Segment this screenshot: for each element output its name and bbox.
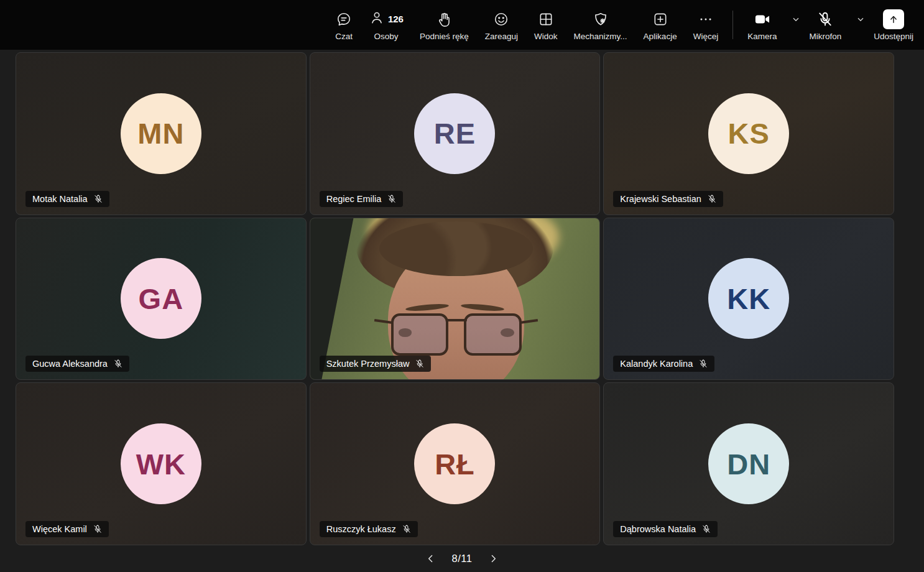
participant-tile: GA Gucwa Aleksandra: [16, 218, 307, 381]
participant-name: Gucwa Aleksandra: [32, 359, 108, 369]
participant-name-pill: Kalandyk Karolina: [613, 356, 714, 372]
view-button[interactable]: Widok: [526, 0, 566, 50]
microphone-button[interactable]: Mikrofon: [801, 0, 849, 50]
more-label: Więcej: [693, 32, 719, 41]
apps-button[interactable]: Aplikacje: [635, 0, 685, 50]
react-label: Zareaguj: [485, 32, 518, 41]
avatar: DN: [708, 423, 789, 504]
participant-name: Ruszczyk Łukasz: [326, 524, 396, 534]
previous-page-chevron-icon[interactable]: [425, 553, 436, 564]
participant-grid: MN Motak Natalia RE Regiec Emilia KS Kra…: [16, 52, 894, 545]
raise-hand-icon: [436, 9, 452, 29]
participant-tile: WK Więcek Kamil: [16, 382, 307, 545]
participant-name-pill: Motak Natalia: [25, 191, 109, 207]
mic-muted-icon: [387, 194, 397, 204]
mic-muted-icon: [113, 359, 123, 369]
microphone-control: Mikrofon: [801, 0, 866, 50]
camera-icon: [754, 9, 771, 29]
participant-name: Kalandyk Karolina: [620, 359, 693, 369]
next-page-chevron-icon[interactable]: [488, 553, 499, 564]
avatar: KS: [708, 93, 789, 174]
breakout-rooms-label: Mechanizmy...: [574, 32, 627, 41]
toolbar-divider: [732, 11, 733, 39]
mic-muted-icon: [701, 524, 711, 534]
share-icon: [883, 9, 904, 29]
chat-button[interactable]: Czat: [327, 0, 361, 50]
microphone-label: Mikrofon: [809, 32, 841, 41]
participant-tile-video: Szkutek Przemysław: [310, 218, 601, 381]
camera-options-chevron-icon[interactable]: [791, 14, 801, 24]
mic-muted-icon: [402, 524, 412, 534]
hair-fringe: [379, 221, 533, 276]
participant-tile: RE Regiec Emilia: [310, 52, 601, 215]
participant-name-pill: Ruszczyk Łukasz: [320, 521, 418, 537]
people-icon: [369, 10, 385, 29]
chat-icon: [336, 9, 352, 29]
camera-button[interactable]: Kamera: [739, 0, 785, 50]
view-grid-icon: [538, 9, 554, 29]
raise-hand-button[interactable]: Podnieś rękę: [412, 0, 477, 50]
microphone-options-chevron-icon[interactable]: [856, 14, 866, 24]
react-button[interactable]: Zareaguj: [477, 0, 526, 50]
camera-control: Kamera: [739, 0, 801, 50]
participant-name: Krajewski Sebastian: [620, 194, 701, 204]
react-icon: [493, 9, 509, 29]
people-button[interactable]: 126 Osoby: [361, 0, 412, 50]
avatar: MN: [121, 93, 201, 174]
participant-tile: MN Motak Natalia: [16, 52, 307, 215]
avatar: RE: [414, 93, 495, 174]
avatar: WK: [121, 423, 201, 504]
participant-tile: DN Dąbrowska Natalia: [603, 382, 894, 545]
participant-tile: KS Krajewski Sebastian: [603, 52, 894, 215]
breakout-rooms-button[interactable]: Mechanizmy...: [566, 0, 635, 50]
share-button[interactable]: Udostępnij: [866, 0, 922, 50]
more-button[interactable]: Więcej: [685, 0, 727, 50]
mic-muted-icon: [415, 359, 425, 369]
glasses: [391, 313, 522, 362]
participant-name: Szkutek Przemysław: [326, 359, 410, 369]
participant-name: Motak Natalia: [32, 194, 88, 204]
mic-muted-icon: [93, 524, 103, 534]
mic-muted-icon: [698, 359, 708, 369]
avatar: GA: [121, 258, 201, 339]
share-label: Udostępnij: [874, 32, 913, 41]
chat-label: Czat: [335, 32, 353, 41]
participant-name: Więcek Kamil: [32, 524, 87, 534]
grid-pagination: 8/11: [0, 545, 924, 572]
participant-name-pill: Krajewski Sebastian: [613, 191, 723, 207]
shield-gear-icon: [593, 9, 609, 29]
raise-hand-label: Podnieś rękę: [420, 32, 469, 41]
participant-name-pill: Dąbrowska Natalia: [613, 521, 718, 537]
people-label: Osoby: [374, 32, 398, 41]
view-label: Widok: [534, 32, 558, 41]
participant-name-pill: Szkutek Przemysław: [320, 356, 432, 372]
participant-tile: RŁ Ruszczyk Łukasz: [310, 382, 601, 545]
participant-name: Dąbrowska Natalia: [620, 524, 696, 534]
page-indicator: 8/11: [452, 553, 473, 565]
meeting-toolbar: Czat 126 Osoby Podnieś rękę Zareaguj Wid…: [0, 0, 924, 50]
mic-muted-icon: [816, 9, 834, 29]
participant-name: Regiec Emilia: [326, 194, 382, 204]
avatar: RŁ: [414, 423, 495, 504]
ellipsis-icon: [698, 9, 714, 29]
apps-label: Aplikacje: [644, 32, 677, 41]
avatar: KK: [708, 258, 789, 339]
camera-label: Kamera: [747, 32, 777, 41]
people-count: 126: [388, 14, 404, 24]
mic-muted-icon: [93, 194, 103, 204]
mic-muted-icon: [707, 194, 717, 204]
participant-tile: KK Kalandyk Karolina: [603, 218, 894, 381]
participant-name-pill: Więcek Kamil: [25, 521, 109, 537]
participant-name-pill: Regiec Emilia: [320, 191, 404, 207]
plus-square-icon: [652, 9, 668, 29]
participant-name-pill: Gucwa Aleksandra: [25, 356, 129, 372]
